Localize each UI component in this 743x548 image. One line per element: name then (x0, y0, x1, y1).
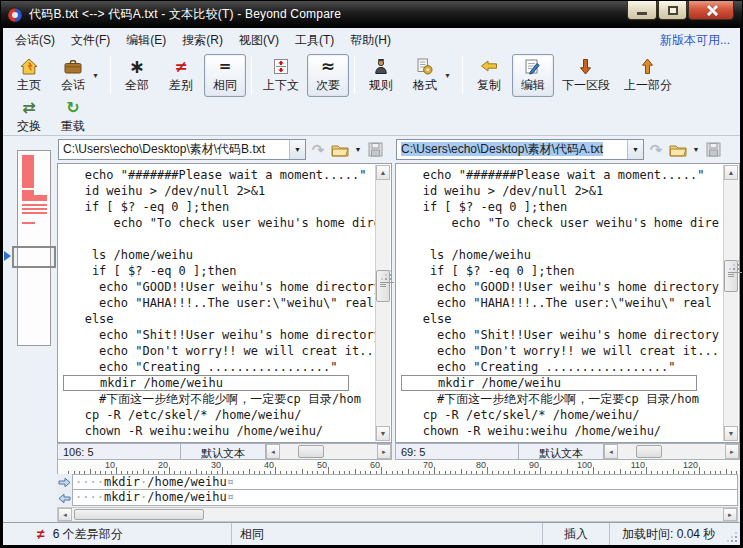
diff-map-viewport[interactable] (12, 246, 56, 268)
left-path-combobox[interactable]: C:\Users\echo\Desktop\素材\代码B.txt ▼ (58, 139, 306, 160)
copy-to-right-arrow-icon[interactable] (57, 474, 72, 490)
toolbar-button-next-section[interactable]: 下一区段 (556, 54, 616, 97)
dropdown-arrow-icon[interactable]: ▼ (444, 72, 451, 79)
toolbar-button-minor[interactable]: ≈次要 (307, 54, 349, 97)
right-path-row: C:\Users\echo\Desktop\素材\代码A.txt ▼ ↷ ▼ (395, 136, 740, 163)
code-line: echo "Creating ................." (63, 359, 375, 375)
toolbar-button-label: 上一部分 (624, 77, 672, 94)
chevron-down-icon[interactable]: ▼ (627, 140, 643, 159)
scrollbar-thumb[interactable] (724, 260, 738, 292)
menu-item-3[interactable]: 搜索(R) (174, 29, 231, 52)
chevron-down-icon[interactable]: ▼ (353, 140, 363, 160)
toolbar-button-prev-part[interactable]: 上一部分 (618, 54, 678, 97)
left-vertical-scrollbar[interactable]: ▲ ▼ (375, 165, 390, 441)
detail-horizontal-scrollbar[interactable]: ◄ ► (57, 507, 738, 522)
column-ruler: 102030405060708090100110120 (57, 460, 740, 474)
scroll-right-icon[interactable]: ► (725, 444, 739, 459)
toolbar-button-label: 下一区段 (562, 77, 610, 94)
dropdown-arrow-icon[interactable]: ▼ (92, 72, 99, 79)
toolbar-button-copy[interactable]: 复制 (468, 54, 510, 97)
right-vertical-scrollbar[interactable]: ▲ ▼ (723, 165, 738, 441)
toolbar-button-context[interactable]: 上下文 (257, 54, 305, 97)
toolbar-button-edit[interactable]: 编辑 (512, 54, 554, 97)
scroll-down-icon[interactable]: ▼ (724, 426, 738, 441)
chevron-down-icon[interactable]: ▼ (691, 140, 701, 160)
toolbar-button-reload[interactable]: ↻重载 (52, 95, 94, 138)
new-version-link[interactable]: 新版本可用... (660, 32, 736, 49)
diff-detail-text[interactable]: ····mkdir·/home/weihu¤ (72, 474, 738, 490)
menu-item-4[interactable]: 视图(V) (231, 29, 287, 52)
scrollbar-thumb[interactable] (74, 509, 204, 520)
scroll-right-icon[interactable]: ► (723, 508, 737, 521)
toolbar-button-rules[interactable]: 规则 (360, 54, 402, 97)
resize-grip[interactable] (726, 523, 740, 545)
close-button[interactable] (688, 1, 734, 20)
code-line: cp -R /etc/skel/* /home/weihu/ (63, 407, 375, 423)
menu-item-0[interactable]: 会话(S) (7, 29, 63, 52)
scroll-up-icon[interactable]: ▲ (724, 165, 738, 180)
minimize-button[interactable] (627, 1, 657, 20)
reopen-icon[interactable]: ↷ (309, 140, 327, 160)
secondary-toolbar: ⇄交换↻重载 (3, 98, 740, 136)
code-line: echo "GOOD!!User weihu's home directory (401, 279, 723, 295)
save-icon[interactable] (366, 140, 384, 160)
left-editor-pane[interactable]: echo "#######Please wait a moment....." … (57, 163, 392, 443)
browse-folder-icon[interactable] (330, 140, 350, 160)
diff-mark (22, 190, 34, 201)
right-horizontal-scrollbar[interactable]: ◄ ► (604, 444, 739, 459)
ruler-label: 50 (317, 460, 327, 470)
maximize-button[interactable] (658, 1, 687, 20)
scrollbar-thumb[interactable] (376, 270, 390, 302)
toolbar-button-label: 格式 (413, 77, 437, 94)
toolbar-button-same[interactable]: =相同 (204, 54, 246, 97)
toolbar-button-all[interactable]: ∗全部 (116, 54, 158, 97)
toolbar-button-format[interactable]: 格式▼ (404, 54, 457, 97)
menu-bar: 会话(S)文件(F)编辑(E)搜索(R)视图(V)工具(T)帮助(H)新版本可用… (3, 28, 740, 52)
diff-detail-text[interactable]: ····mkdir·/home/weihu¤ (72, 490, 738, 506)
browse-folder-icon[interactable] (668, 140, 688, 160)
scroll-left-icon[interactable]: ◄ (58, 508, 72, 521)
scroll-right-icon[interactable]: ► (377, 444, 391, 459)
minimize-icon (637, 12, 647, 15)
scroll-up-icon[interactable]: ▲ (376, 165, 390, 180)
diff-detail-row-1: ····mkdir·/home/weihu¤ (57, 474, 740, 490)
code-line: ls /home/weihu (401, 247, 723, 263)
title-bar[interactable]: 代码B.txt <--> 代码A.txt - 文本比较(T) - Beyond … (1, 1, 742, 28)
ruler-label: 80 (476, 460, 486, 470)
scroll-down-icon[interactable]: ▼ (376, 426, 390, 441)
scrollbar-thumb[interactable] (636, 445, 662, 458)
menu-item-5[interactable]: 工具(T) (287, 29, 342, 52)
scrollbar-thumb[interactable] (298, 445, 324, 458)
current-line: mkdir /home/weihu (63, 375, 349, 391)
ruler-label: 20 (158, 460, 168, 470)
scroll-left-icon[interactable]: ◄ (604, 444, 618, 459)
code-line: cp -R /etc/skel/* /home/weihu/ (401, 407, 723, 423)
toolbar-button-swap[interactable]: ⇄交换 (8, 95, 50, 138)
diff-mark (22, 222, 35, 224)
syntax-format[interactable]: 默认文本 (181, 444, 266, 459)
code-line: echo "Don't worry!! we will creat it... (63, 343, 375, 359)
menu-item-1[interactable]: 文件(F) (63, 29, 118, 52)
syntax-format[interactable]: 默认文本 (519, 444, 604, 459)
code-line: if [ $? -eq 0 ];then (63, 199, 375, 215)
toolbar-button-diffs[interactable]: ≠差别 (160, 54, 202, 97)
toolbar-button-sessions[interactable]: 会话▼ (52, 54, 105, 97)
scroll-left-icon[interactable]: ◄ (266, 444, 280, 459)
ruler-label: 100 (577, 460, 592, 470)
save-icon[interactable] (704, 140, 722, 160)
menu-item-2[interactable]: 编辑(E) (118, 29, 174, 52)
code-line: chown -R weihu:weihu /home/weihu/ (401, 423, 723, 439)
all-icon: ∗ (129, 57, 145, 76)
code-line: else (401, 311, 723, 327)
copy-to-left-arrow-icon[interactable] (57, 490, 72, 506)
left-horizontal-scrollbar[interactable]: ◄ ► (266, 444, 391, 459)
toolbar-button-home[interactable]: 主页 (8, 54, 50, 97)
code-line: echo "Don't worry!! we will creat it... (401, 343, 723, 359)
right-editor-pane[interactable]: echo "#######Please wait a moment....." … (395, 163, 740, 443)
chevron-down-icon[interactable]: ▼ (289, 140, 305, 159)
code-line: echo "To check user weihu's home dire (63, 215, 375, 231)
reopen-icon[interactable]: ↷ (647, 140, 665, 160)
menu-item-6[interactable]: 帮助(H) (342, 29, 399, 52)
right-path-combobox[interactable]: C:\Users\echo\Desktop\素材\代码A.txt ▼ (396, 139, 644, 160)
code-line: #下面这一步绝对不能少啊，一定要cp 目录/hom (401, 391, 723, 407)
